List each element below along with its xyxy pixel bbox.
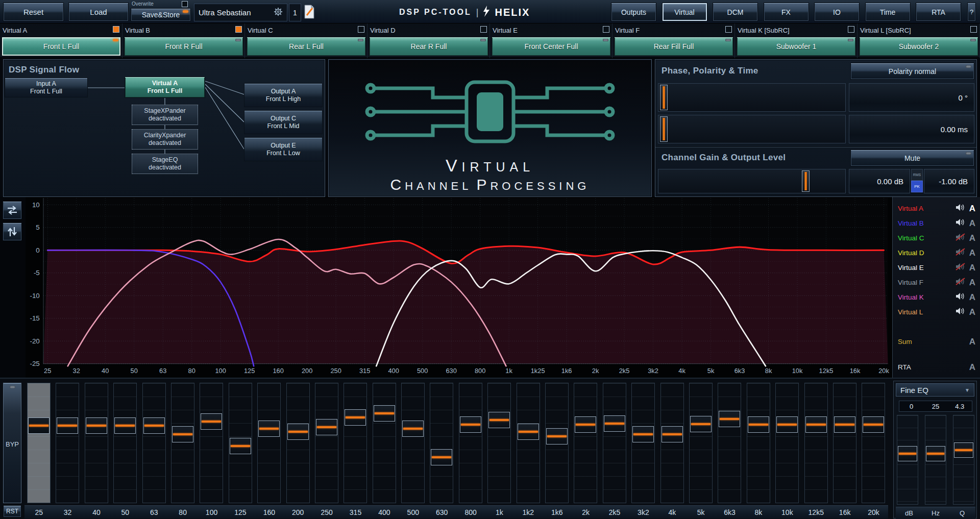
flow-output-box-2[interactable]: Output CFront L Mid bbox=[244, 110, 323, 134]
legend-row-virtual-f[interactable]: Virtual FA bbox=[898, 275, 977, 290]
edit-note-icon[interactable] bbox=[304, 5, 315, 21]
reset-button[interactable]: Reset bbox=[3, 3, 64, 21]
eq-band-handle[interactable] bbox=[431, 449, 452, 465]
channel-button-front-center-full[interactable]: Front Center Full bbox=[492, 37, 611, 56]
y-zoom-button[interactable] bbox=[3, 223, 22, 241]
help-button[interactable]: ? bbox=[967, 3, 976, 21]
flow-output-box-3[interactable]: Output EFront L Low bbox=[244, 137, 323, 161]
speaker-muted-icon[interactable] bbox=[955, 263, 968, 273]
eq-band-track[interactable] bbox=[344, 383, 367, 503]
legend-row-virtual-b[interactable]: Virtual BA bbox=[898, 216, 977, 231]
eq-band-handle[interactable] bbox=[316, 419, 337, 435]
speaker-muted-icon[interactable] bbox=[955, 248, 968, 258]
legend-row-virtual-l[interactable]: Virtual LA bbox=[898, 305, 977, 319]
eq-band-track[interactable] bbox=[142, 383, 166, 503]
polarity-button[interactable]: Polarity normal bbox=[850, 63, 974, 80]
gain-value[interactable]: 0.00 dB bbox=[849, 169, 910, 193]
eq-band-handle[interactable] bbox=[28, 417, 50, 434]
eq-band-handle[interactable] bbox=[114, 417, 136, 434]
preset-number-cell[interactable]: 1 bbox=[289, 4, 301, 21]
legend-row-virtual-c[interactable]: Virtual CA bbox=[898, 231, 977, 245]
fine-eq-track[interactable] bbox=[953, 415, 974, 505]
eq-band-track[interactable] bbox=[85, 383, 108, 503]
nav-button-outputs[interactable]: Outputs bbox=[611, 3, 656, 21]
speaker-icon[interactable] bbox=[955, 218, 968, 228]
flow-output-box-1[interactable]: Output AFront L High bbox=[244, 83, 323, 107]
speaker-icon[interactable] bbox=[955, 204, 968, 213]
flow-stage-box-1[interactable]: StageXPanderdeactivated bbox=[132, 105, 198, 125]
eq-band-handle[interactable] bbox=[748, 416, 769, 433]
eq-band-track[interactable] bbox=[373, 383, 396, 503]
eq-band-handle[interactable] bbox=[230, 438, 251, 454]
eq-band-track[interactable] bbox=[775, 383, 799, 503]
eq-band-track[interactable] bbox=[833, 383, 856, 503]
legend-row-virtual-a[interactable]: Virtual AA bbox=[898, 201, 977, 216]
eq-band-track[interactable] bbox=[862, 383, 885, 503]
speaker-icon[interactable] bbox=[955, 307, 968, 317]
auto-badge[interactable]: A bbox=[968, 337, 977, 347]
eq-band-handle[interactable] bbox=[863, 416, 884, 433]
legend-row-virtual-d[interactable]: Virtual DA bbox=[898, 245, 977, 260]
nav-button-rta[interactable]: RTA bbox=[916, 3, 961, 21]
nav-button-fx[interactable]: FX bbox=[764, 3, 809, 21]
auto-badge[interactable]: A bbox=[968, 278, 977, 288]
speaker-icon[interactable] bbox=[955, 292, 968, 302]
eq-band-track[interactable] bbox=[545, 383, 569, 503]
channel-button-rear-r-full[interactable]: Rear R Full bbox=[369, 37, 488, 56]
legend-row-rta[interactable]: RTAA bbox=[898, 360, 977, 375]
eq-band-track[interactable] bbox=[517, 383, 540, 503]
gain-slider[interactable] bbox=[658, 169, 846, 193]
eq-band-handle[interactable] bbox=[172, 426, 193, 442]
eq-band-handle[interactable] bbox=[258, 421, 280, 437]
channel-button-front-l-full[interactable]: Front L Full bbox=[2, 37, 121, 56]
eq-band-handle[interactable] bbox=[143, 417, 165, 434]
pk-toggle[interactable]: PK bbox=[911, 181, 923, 192]
speaker-muted-icon[interactable] bbox=[955, 278, 968, 287]
delay-slider[interactable] bbox=[658, 115, 846, 143]
eq-band-handle[interactable] bbox=[345, 409, 366, 426]
x-zoom-button[interactable] bbox=[3, 201, 22, 219]
bypass-button[interactable]: BYP bbox=[3, 383, 21, 503]
eq-band-track[interactable] bbox=[56, 383, 79, 503]
eq-band-track[interactable] bbox=[487, 383, 511, 503]
load-button[interactable]: Load bbox=[68, 3, 129, 21]
response-plot[interactable]: 1050-5-10-15-20-252532405063801001251602… bbox=[26, 197, 892, 378]
channel-link-checkbox[interactable] bbox=[725, 26, 732, 33]
channel-link-checkbox[interactable] bbox=[358, 26, 364, 33]
eq-band-handle[interactable] bbox=[632, 426, 654, 442]
eq-band-handle[interactable] bbox=[374, 405, 395, 422]
eq-band-track[interactable] bbox=[171, 383, 194, 503]
eq-band-track[interactable] bbox=[689, 383, 713, 503]
eq-band-handle[interactable] bbox=[546, 428, 568, 444]
phase-slider-handle[interactable] bbox=[660, 85, 668, 110]
overwrite-checkbox[interactable] bbox=[182, 1, 188, 7]
eq-band-track[interactable] bbox=[747, 383, 770, 503]
legend-row-virtual-k[interactable]: Virtual KA bbox=[898, 290, 977, 305]
save-store-button[interactable]: Save&Store bbox=[131, 8, 191, 21]
fine-eq-handle[interactable] bbox=[926, 446, 945, 461]
eq-band-handle[interactable] bbox=[518, 424, 539, 440]
nav-button-io[interactable]: IO bbox=[814, 3, 860, 21]
eq-band-track[interactable] bbox=[660, 383, 684, 503]
nav-button-dcm[interactable]: DCM bbox=[713, 3, 758, 21]
nav-button-time[interactable]: Time bbox=[865, 3, 911, 21]
phase-value[interactable]: 0 ° bbox=[849, 83, 974, 112]
eq-band-handle[interactable] bbox=[402, 421, 424, 437]
eq-band-handle[interactable] bbox=[719, 411, 740, 427]
gear-icon[interactable] bbox=[274, 7, 283, 18]
setup-name-field[interactable]: Ultra Sebastian bbox=[194, 4, 287, 21]
delay-slider-handle[interactable] bbox=[660, 116, 668, 142]
eq-band-handle[interactable] bbox=[776, 416, 798, 433]
channel-button-subwoofer-2[interactable]: Subwoofer 2 bbox=[859, 37, 978, 56]
eq-band-handle[interactable] bbox=[805, 416, 827, 433]
nav-button-virtual[interactable]: Virtual bbox=[662, 3, 707, 21]
eq-band-track[interactable] bbox=[315, 383, 338, 503]
flow-stage-box-2[interactable]: ClarityXpanderdeactivated bbox=[132, 129, 198, 150]
eq-band-handle[interactable] bbox=[834, 416, 855, 433]
legend-row-sum[interactable]: SumA bbox=[898, 334, 977, 349]
eq-band-track[interactable] bbox=[804, 383, 828, 503]
auto-badge[interactable]: A bbox=[968, 307, 977, 317]
eq-band-track[interactable] bbox=[229, 383, 252, 503]
channel-link-checkbox[interactable] bbox=[235, 26, 242, 33]
eq-band-track[interactable] bbox=[257, 383, 281, 503]
